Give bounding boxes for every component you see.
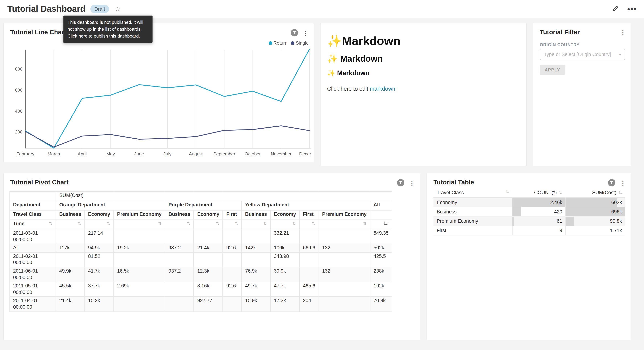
pivot-cell xyxy=(319,297,370,312)
sort-icon[interactable]: ⇅ xyxy=(506,190,509,194)
column-header-sum-cost[interactable]: SUM(Cost)⇅ xyxy=(566,188,625,198)
legend-item-single[interactable]: Single xyxy=(291,40,309,45)
kebab-menu-icon[interactable]: ⋮ xyxy=(620,29,626,35)
pivot-cell xyxy=(319,229,370,244)
pivot-cell: 15.2k xyxy=(84,297,114,312)
sort-icon[interactable]: ⇅ xyxy=(264,221,267,226)
table-card: Tutorial Table ⋮ Travel Class⇅ COUNT(*)⇅… xyxy=(426,173,631,340)
svg-text:July: July xyxy=(164,152,172,156)
pivot-cell: 70.9k xyxy=(370,297,392,312)
sort-icon[interactable]: ⇅ xyxy=(216,221,219,226)
pivot-cell xyxy=(165,252,194,267)
pivot-cell: 142k xyxy=(242,244,270,252)
sort-icon[interactable]: ⇅ xyxy=(312,221,315,226)
line-chart-card-actions: ⋮ xyxy=(291,29,309,36)
pivot-cell xyxy=(223,229,242,244)
legend-dot xyxy=(268,41,272,45)
table-row[interactable]: First91.71k xyxy=(434,226,625,235)
filter-card: Tutorial Filter ⋮ ORIGIN COUNTRY Type or… xyxy=(533,23,631,166)
apply-button[interactable]: APPLY xyxy=(540,65,565,75)
pivot-cell: 15.9k xyxy=(242,297,270,312)
sort-icon[interactable]: ⇅ xyxy=(292,221,296,226)
svg-text:November: November xyxy=(271,152,291,156)
pivot-col-class: Business xyxy=(165,210,194,220)
favorite-star-icon[interactable]: ☆ xyxy=(115,6,121,12)
svg-text:600: 600 xyxy=(15,88,22,92)
pivot-cell xyxy=(242,229,270,244)
edit-pencil-icon[interactable] xyxy=(612,5,619,13)
sort-icon[interactable]: ⇅ xyxy=(559,190,562,195)
markdown-heading-2: ✨ Markdown xyxy=(327,54,520,64)
pivot-cell: 17.3k xyxy=(270,297,300,312)
pivot-cell: 217.14 xyxy=(84,229,114,244)
column-header-count[interactable]: COUNT(*)⇅ xyxy=(512,188,566,198)
draft-status-badge[interactable]: Draft xyxy=(90,5,109,13)
sort-icon[interactable]: ⇅ xyxy=(187,221,190,226)
pivot-col-group: Orange Department xyxy=(56,201,165,210)
pivot-cell: 41.7k xyxy=(84,267,114,282)
column-header-travel-class[interactable]: Travel Class⇅ xyxy=(434,188,512,198)
pivot-time-label: Time xyxy=(13,221,24,226)
markdown-heading-3: ✨ Markdown xyxy=(327,69,520,77)
dashboard-page: Tutorial Dashboard Draft ☆ ••• This dash… xyxy=(0,0,644,350)
sort-icon[interactable]: ⇅ xyxy=(235,221,238,226)
table-row[interactable]: Economy2.46k602k xyxy=(434,198,625,207)
origin-country-select[interactable]: Type or Select [Origin Country] ▾ xyxy=(540,48,625,60)
legend-item-return[interactable]: Return xyxy=(268,40,288,45)
sort-icon[interactable]: ⇅ xyxy=(49,221,52,226)
pivot-col-class: First xyxy=(300,210,319,220)
markdown-edit-link[interactable]: markdown xyxy=(370,86,395,92)
sort-icon[interactable]: ⇅ xyxy=(107,221,110,226)
pivot-col-class: Economy xyxy=(84,210,114,220)
travel-class-cell: Premium Economy xyxy=(434,216,512,226)
travel-class-cell: Business xyxy=(434,207,512,216)
pivot-cell: 927.77 xyxy=(194,297,223,312)
pivot-metric-header: SUM(Cost) xyxy=(56,192,392,201)
pivot-cell xyxy=(300,252,319,267)
table-row[interactable]: Business420696k xyxy=(434,207,625,216)
pivot-cell xyxy=(223,297,242,312)
svg-text:August: August xyxy=(189,152,203,156)
sort-icon[interactable]: ⇅ xyxy=(78,221,81,226)
filter-indicator-icon[interactable] xyxy=(397,179,404,186)
markdown-edit-line: Click here to edit markdown xyxy=(327,86,520,92)
publish-tooltip[interactable]: This dashboard is not published, it will… xyxy=(63,16,152,43)
sort-desc-icon[interactable] xyxy=(384,221,388,226)
pivot-row-label: 2011-06-01 00:00:00 xyxy=(10,267,56,282)
pivot-cell xyxy=(194,229,223,244)
chart-legend: ReturnSingle xyxy=(268,40,309,45)
filter-indicator-icon[interactable] xyxy=(608,179,616,186)
filter-indicator-icon[interactable] xyxy=(291,29,298,36)
pivot-axis-label: Department xyxy=(10,201,56,210)
pivot-col-group: Yellow Department xyxy=(242,201,370,210)
kebab-menu-icon[interactable]: ⋮ xyxy=(302,30,309,36)
sort-icon[interactable]: ⇅ xyxy=(363,221,367,226)
pivot-axis-label: Travel Class xyxy=(10,210,56,220)
pivot-cell: 2.69k xyxy=(114,282,165,297)
kebab-menu-icon[interactable]: ⋮ xyxy=(620,180,626,186)
pivot-col-class: Business xyxy=(56,210,85,220)
chevron-down-icon: ▾ xyxy=(619,52,621,56)
pivot-chart-card: Tutorial Pivot Chart ⋮ SUM(Cost)Departme… xyxy=(3,173,420,340)
svg-text:October: October xyxy=(245,152,261,156)
page-title[interactable]: Tutorial Dashboard xyxy=(8,4,86,14)
kebab-menu-icon[interactable]: ⋮ xyxy=(409,180,415,186)
pivot-cell xyxy=(319,252,370,267)
select-placeholder: Type or Select [Origin Country] xyxy=(544,52,618,57)
pivot-cell: 92.6 xyxy=(223,282,242,297)
pivot-cell: 76.9k xyxy=(242,267,270,282)
pivot-cell xyxy=(300,267,319,282)
pivot-cell xyxy=(165,297,194,312)
pivot-cell xyxy=(165,229,194,244)
sort-icon[interactable]: ⇅ xyxy=(158,221,162,226)
sort-icon[interactable]: ⇅ xyxy=(618,190,622,195)
markdown-heading-1: ✨Markdown xyxy=(327,34,520,48)
more-menu-icon[interactable]: ••• xyxy=(627,5,637,13)
count-cell: 2.46k xyxy=(512,198,566,207)
pivot-cell xyxy=(319,282,370,297)
sum-cell: 696k xyxy=(566,207,625,216)
pivot-cell: 39.9k xyxy=(270,267,300,282)
table-row[interactable]: Premium Economy6199.8k xyxy=(434,216,625,226)
svg-text:May: May xyxy=(106,152,115,156)
pivot-cell: 117k xyxy=(56,244,85,252)
